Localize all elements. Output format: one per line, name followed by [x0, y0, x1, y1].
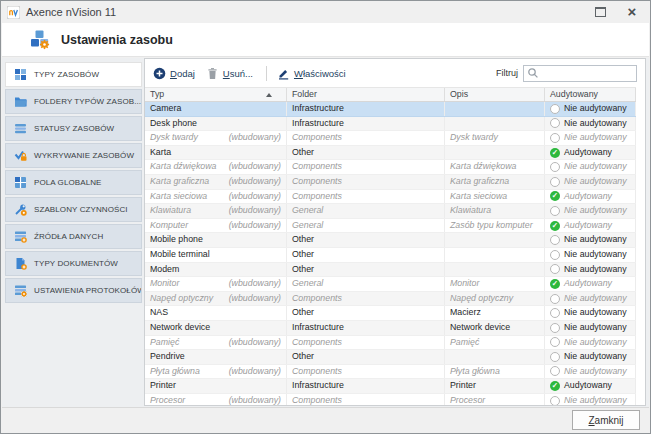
sidebar-item-0[interactable]: TYPY ZASOBÓW — [5, 62, 142, 87]
cell-folder: Infrastructure — [287, 117, 445, 131]
not-audited-radio-icon[interactable] — [550, 118, 560, 128]
not-audited-radio-icon[interactable] — [550, 206, 560, 216]
table-row-17[interactable]: PendriveOtherNie audytowany — [145, 350, 636, 365]
audited-check-icon[interactable] — [550, 191, 560, 201]
protocol-icon — [14, 284, 27, 297]
column-header-label: Opis — [450, 89, 468, 99]
table-row-6[interactable]: Karta sieciowa(wbudowany)ComponentsKarta… — [145, 190, 636, 205]
main-panel: Dodaj Usuń... Właściwości Filtruj — [144, 58, 646, 406]
not-audited-radio-icon[interactable] — [550, 235, 560, 245]
table-row-9[interactable]: Mobile phoneOtherNie audytowany — [145, 233, 636, 248]
cell-opis — [445, 263, 545, 277]
filter-input[interactable] — [523, 65, 637, 82]
close-button[interactable] — [624, 4, 640, 20]
cell-opis: Dysk twardy — [445, 131, 545, 145]
not-audited-radio-icon[interactable] — [550, 177, 560, 187]
sidebar-item-6[interactable]: ŹRÓDŁA DANYCH — [5, 224, 142, 249]
audit-label: Nie audytowany — [564, 204, 627, 218]
audited-check-icon[interactable] — [550, 221, 560, 231]
not-audited-radio-icon[interactable] — [550, 308, 560, 318]
type-name: Camera — [150, 102, 181, 116]
close-dialog-button[interactable]: Zamknij — [572, 410, 640, 430]
table-row-4[interactable]: Karta dźwiękowa(wbudowany)ComponentsKart… — [145, 160, 636, 175]
type-name: Mobile terminal — [150, 248, 210, 262]
cell-typ: Pendrive — [145, 350, 287, 364]
type-name: Modem — [150, 263, 179, 277]
table-row-8[interactable]: Komputer(wbudowany)GeneralZasób typu kom… — [145, 219, 636, 234]
table-row-13[interactable]: Napęd optyczny(wbudowany)ComponentsNapęd… — [145, 292, 636, 307]
table-row-10[interactable]: Mobile terminalOtherNie audytowany — [145, 248, 636, 263]
audited-check-icon[interactable] — [550, 279, 560, 289]
column-header-2[interactable]: Opis — [445, 88, 545, 101]
sidebar-item-5[interactable]: SZABLONY CZYNNOŚCI — [5, 197, 142, 222]
resource-settings-icon — [29, 29, 51, 51]
cell-audytowany: Nie audytowany — [545, 263, 636, 277]
sidebar-item-8[interactable]: USTAWIENIA PROTOKOŁÓW — [5, 278, 142, 303]
column-header-0[interactable]: Typ — [145, 88, 287, 101]
table-row-1[interactable]: Desk phoneInfrastructureNie audytowany — [145, 117, 636, 132]
type-name: Printer — [150, 379, 176, 393]
table-row-12[interactable]: Monitor(wbudowany)GeneralMonitorAudytowa… — [145, 277, 636, 292]
audited-check-icon[interactable] — [550, 148, 560, 158]
table-row-11[interactable]: ModemOtherNie audytowany — [145, 263, 636, 278]
type-name: Desk phone — [150, 117, 197, 131]
table-row-16[interactable]: Pamięć(wbudowany)ComponentsPamięćNie aud… — [145, 336, 636, 351]
table-row-14[interactable]: NASOtherMacierzNie audytowany — [145, 306, 636, 321]
not-audited-radio-icon[interactable] — [550, 133, 560, 143]
cell-folder: Components — [287, 190, 445, 204]
column-header-label: Typ — [150, 89, 164, 99]
cell-folder: Components — [287, 336, 445, 350]
column-header-3[interactable]: Audytowany — [545, 88, 636, 101]
cell-folder: Infrastructure — [287, 321, 445, 335]
not-audited-radio-icon[interactable] — [550, 264, 560, 274]
table-row-18[interactable]: Płyta główna(wbudowany)ComponentsPłyta g… — [145, 365, 636, 380]
not-audited-radio-icon[interactable] — [550, 162, 560, 172]
cell-opis — [445, 146, 545, 160]
cell-audytowany: Nie audytowany — [545, 117, 636, 131]
sidebar-item-7[interactable]: TYPY DOKUMENTÓW — [5, 251, 142, 276]
sidebar-item-2[interactable]: STATUSY ZASOBÓW — [5, 116, 142, 141]
table-row-3[interactable]: KartaOtherAudytowany — [145, 146, 636, 161]
sidebar-item-3[interactable]: WYKRYWANIE ZASOBÓW — [5, 143, 142, 168]
maximize-button[interactable] — [592, 4, 608, 20]
cell-audytowany: Audytowany — [545, 277, 636, 291]
builtin-tag: (wbudowany) — [229, 292, 281, 306]
column-header-label: Audytowany — [550, 89, 598, 99]
cell-audytowany: Nie audytowany — [545, 350, 636, 364]
table-row-7[interactable]: Klawiatura(wbudowany)GeneralKlawiaturaNi… — [145, 204, 636, 219]
type-name: Karta dźwiękowa — [150, 160, 217, 174]
remove-button[interactable]: Usuń... — [206, 67, 253, 80]
grid-icon — [14, 176, 27, 189]
not-audited-radio-icon[interactable] — [550, 104, 560, 114]
not-audited-radio-icon[interactable] — [550, 294, 560, 304]
sidebar-item-label: WYKRYWANIE ZASOBÓW — [34, 151, 134, 160]
table-row-0[interactable]: CameraInfrastructureNie audytowany — [145, 102, 636, 117]
cell-typ: Komputer(wbudowany) — [145, 219, 287, 233]
table-row-19[interactable]: PrinterInfrastructurePrinterAudytowany — [145, 379, 636, 394]
not-audited-radio-icon[interactable] — [550, 250, 560, 260]
audited-check-icon[interactable] — [550, 381, 560, 391]
not-audited-radio-icon[interactable] — [550, 366, 560, 376]
table-row-5[interactable]: Karta graficzna(wbudowany)ComponentsKart… — [145, 175, 636, 190]
type-name: Klawiatura — [150, 204, 191, 218]
properties-button[interactable]: Właściwości — [277, 67, 346, 80]
filter-text-field[interactable] — [542, 68, 633, 78]
table-row-20[interactable]: Procesor(wbudowany)ComponentsProcesorNie… — [145, 394, 636, 406]
sidebar-item-4[interactable]: POLA GLOBALNE — [5, 170, 142, 195]
not-audited-radio-icon[interactable] — [550, 352, 560, 362]
sidebar-item-1[interactable]: FOLDERY TYPÓW ZASOB... — [5, 89, 142, 114]
table-row-2[interactable]: Dysk twardy(wbudowany)ComponentsDysk twa… — [145, 131, 636, 146]
not-audited-radio-icon[interactable] — [550, 323, 560, 333]
cell-opis: Napęd optyczny — [445, 292, 545, 306]
add-button[interactable]: Dodaj — [153, 67, 195, 80]
not-audited-radio-icon[interactable] — [550, 396, 560, 406]
not-audited-radio-icon[interactable] — [550, 337, 560, 347]
cell-folder: Other — [287, 248, 445, 262]
table-row-15[interactable]: Network deviceInfrastructureNetwork devi… — [145, 321, 636, 336]
cell-audytowany: Nie audytowany — [545, 336, 636, 350]
remove-button-label: Usuń... — [223, 68, 253, 79]
column-header-1[interactable]: Folder — [287, 88, 445, 101]
cell-opis: Macierz — [445, 306, 545, 320]
cell-opis: Płyta główna — [445, 365, 545, 379]
cell-audytowany: Audytowany — [545, 219, 636, 233]
